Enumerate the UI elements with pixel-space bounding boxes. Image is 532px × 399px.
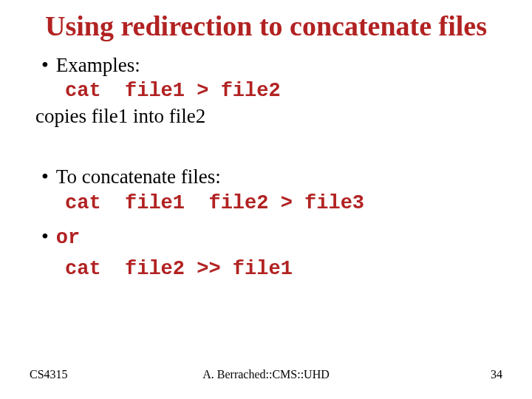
footer-center: A. Berrached::CMS::UHD (202, 368, 330, 381)
bullet-dot-icon: • (41, 166, 49, 187)
or-label: or (56, 226, 80, 251)
command-cat-append: cat file2 >> file1 (65, 258, 293, 280)
code-line-1: cat file1 > file2 (65, 78, 502, 104)
bullet-dot-icon: • (41, 55, 49, 75)
bullet-concat: • To concatenate files: (41, 165, 502, 190)
code-line-2: cat file1 file2 > file3 (65, 190, 502, 216)
footer: CS4315 A. Berrached::CMS::UHD 34 (0, 368, 532, 381)
examples-label: Examples: (56, 53, 140, 78)
command-cat-redirect: cat file1 > file2 (65, 80, 281, 102)
copies-description: copies file1 into file2 (35, 104, 502, 129)
slide: Using redirection to concatenate files •… (0, 0, 532, 399)
command-cat-concat: cat file1 file2 > file3 (65, 192, 364, 214)
bullet-or: • or (41, 226, 502, 251)
spacer (30, 216, 502, 226)
footer-left: CS4315 (30, 368, 68, 381)
bullet-examples: • Examples: (41, 53, 502, 78)
slide-title: Using redirection to concatenate files (0, 0, 532, 43)
footer-right: 34 (491, 368, 502, 381)
code-line-3: cat file2 >> file1 (65, 256, 502, 282)
bullet-dot-icon: • (41, 226, 49, 247)
concat-label: To concatenate files: (56, 165, 221, 190)
spacer (30, 129, 502, 165)
slide-body: • Examples: cat file1 > file2 copies fil… (0, 43, 532, 282)
